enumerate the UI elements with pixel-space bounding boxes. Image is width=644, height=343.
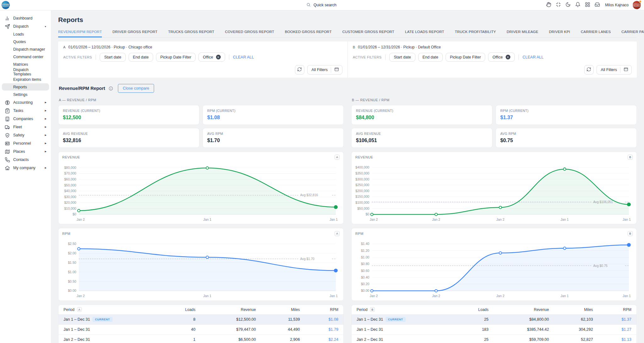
- tab-driver-kpi[interactable]: DRIVER KPI: [549, 30, 570, 37]
- all-filters-button-b[interactable]: All Filters: [597, 65, 632, 75]
- inbox-button[interactable]: [594, 2, 600, 8]
- close-compare-button[interactable]: Close compare: [118, 84, 154, 93]
- avatar-text: ACCURO: [633, 4, 641, 7]
- tab-covered-gross-report[interactable]: COVERED GROSS REPORT: [225, 30, 274, 37]
- tab-trucks-gross-report[interactable]: TRUCKS GROSS REPORT: [168, 30, 214, 37]
- filter-chip-start-date-b[interactable]: Start date: [389, 53, 415, 62]
- period-table-a: Period A Loads Revenue Miles RPM Jan 1 –…: [58, 305, 344, 343]
- sidebar-item-loads[interactable]: Loads: [2, 30, 49, 38]
- filter-chip-end-date-a[interactable]: End date: [129, 53, 153, 62]
- divider: [96, 54, 96, 60]
- quick-search[interactable]: Quick search: [306, 3, 336, 8]
- minimize-button[interactable]: [555, 2, 561, 8]
- app-logo[interactable]: ACCURO: [2, 1, 10, 9]
- svg-text:$1.20: $1.20: [361, 249, 369, 252]
- tab-late-loads-report[interactable]: LATE LOADS REPORT: [405, 30, 444, 37]
- top-bar: ACCURO Quick search Milos Kajnaco ACCURO: [0, 0, 644, 10]
- sidebar-item-command-center[interactable]: Command center: [2, 53, 49, 60]
- table-row[interactable]: Jan 2 – Dec 31 25 $59,709.00 52,827 $1.1…: [352, 335, 636, 343]
- chart-badge-b[interactable]: B: [628, 231, 633, 236]
- chart-title: RPM: [355, 232, 364, 235]
- sidebar-item-safety[interactable]: Safety▶: [2, 131, 49, 139]
- tab-carrier-lanes[interactable]: CARRIER LANES: [581, 30, 611, 37]
- sidebar-item-label: Settings: [13, 92, 27, 97]
- stat-value: $106,051: [356, 138, 488, 143]
- svg-text:$0.40: $0.40: [361, 275, 369, 279]
- sidebar-item-matrices[interactable]: Matrices: [2, 61, 49, 68]
- send-icon: [5, 24, 10, 29]
- svg-text:Jan 2: Jan 2: [77, 218, 85, 221]
- tab-booked-gross-report[interactable]: BOOKED GROSS REPORT: [285, 30, 332, 37]
- stat-card-revenue-current-a: REVENUE (CURRENT) $12,500: [58, 105, 199, 125]
- col-miles: Miles: [549, 307, 593, 312]
- moon-button[interactable]: [565, 2, 571, 8]
- sidebar-item-fleet[interactable]: Fleet▶: [2, 123, 49, 131]
- table-row[interactable]: Jan 1 – Dec 31 183 $385,744.42 304,292 $…: [352, 325, 636, 335]
- filter-panel-icon: [624, 67, 628, 73]
- chart-badge-a[interactable]: A: [335, 231, 340, 236]
- table-row[interactable]: Jan 1 – Dec 31CURRENT 25 $84,800.00 62,1…: [352, 315, 636, 325]
- svg-text:$2.50: $2.50: [68, 242, 76, 246]
- sidebar-item-dispatch-manager[interactable]: Dispatch manager: [2, 46, 49, 53]
- svg-text:$60,000: $60,000: [64, 177, 76, 181]
- user-avatar[interactable]: ACCURO: [633, 1, 641, 9]
- filter-chip-office-b[interactable]: Office: [488, 53, 514, 62]
- tab-carrier-pay[interactable]: CARRIER PAY: [621, 30, 644, 37]
- loads-value: 183: [456, 327, 489, 332]
- filter-chip-end-date-b[interactable]: End date: [418, 53, 443, 62]
- sidebar-item-settings[interactable]: Settings: [2, 91, 49, 98]
- table-row[interactable]: Jan 1 – Dec 31 40 $79,447.00 44,490 $1.7…: [58, 325, 343, 335]
- clear-all-button-b[interactable]: CLEAR ALL: [523, 55, 544, 59]
- chart-badge-b[interactable]: B: [628, 155, 633, 160]
- clear-all-button-a[interactable]: CLEAR ALL: [233, 55, 254, 59]
- miles-value: 62,103: [549, 317, 593, 322]
- page-title: Reports: [58, 16, 637, 24]
- sidebar-item-personnel[interactable]: Personnel▶: [2, 140, 49, 147]
- refresh-button-b[interactable]: [584, 65, 594, 75]
- hand-button[interactable]: [546, 2, 551, 8]
- table-badge-b[interactable]: B: [370, 307, 375, 312]
- sidebar-item-accounting[interactable]: Accounting▶: [2, 99, 49, 106]
- sidebar-item-dispatch[interactable]: Dispatch▼: [2, 23, 49, 30]
- tab-driver-mileage[interactable]: DRIVER MILEAGE: [507, 30, 538, 37]
- line-chart: $0$10,000$20,000$30,000$40,000$50,000$60…: [62, 160, 340, 223]
- table-row[interactable]: Jan 2 – Dec 31 1 $6,500.00 2,906 $2.24: [58, 335, 343, 343]
- sidebar-item-contacts[interactable]: Contacts: [2, 156, 49, 163]
- table-row[interactable]: Jan 1 – Dec 31CURRENT 8 $12,500.00 11,53…: [58, 315, 343, 325]
- grid-button[interactable]: [585, 2, 590, 8]
- chevron-right-icon: ▶: [45, 150, 47, 153]
- tab-truck-profitability[interactable]: TRUCK PROFITABILITY: [455, 30, 496, 37]
- all-filters-button-a[interactable]: All Filters: [307, 65, 342, 75]
- sidebar-item-my-company[interactable]: My company▶: [2, 164, 49, 172]
- filter-chip-office-a[interactable]: Office: [198, 53, 225, 62]
- svg-text:Avg $0.75: Avg $0.75: [593, 264, 608, 268]
- filter-chip-start-date-a[interactable]: Start date: [100, 53, 125, 62]
- tab-driver-gross-report[interactable]: DRIVER GROSS REPORT: [113, 30, 158, 37]
- tab-customer-gross-report[interactable]: CUSTOMER GROSS REPORT: [342, 30, 394, 37]
- sidebar-item-expiration-items[interactable]: Expiration items: [2, 76, 49, 83]
- remove-filter-icon[interactable]: [216, 55, 221, 59]
- remove-filter-icon[interactable]: [506, 55, 510, 59]
- all-filters-label: All Filters: [601, 68, 617, 72]
- sidebar-item-dispatch-templates[interactable]: Dispatch Templates: [2, 68, 49, 75]
- sidebar-item-companies[interactable]: Companies▶: [2, 115, 49, 123]
- chevron-right-icon: ▶: [45, 126, 47, 128]
- refresh-button-a[interactable]: [295, 65, 304, 75]
- sidebar-item-label: Quotes: [13, 40, 26, 44]
- tab-revenue-rpm-report[interactable]: REVENUE/RPM REPORT: [58, 30, 102, 37]
- svg-text:Jan 2: Jan 2: [496, 218, 504, 221]
- filter-chip-pickup-date-filter-a[interactable]: Pickup Date Filter: [156, 53, 196, 62]
- divider: [519, 54, 519, 60]
- sidebar-item-reports[interactable]: Reports: [2, 83, 49, 91]
- info-icon[interactable]: [108, 86, 113, 91]
- sidebar-item-dashboard[interactable]: Dashboard: [2, 14, 49, 22]
- chart-badge-a[interactable]: A: [335, 155, 340, 160]
- stat-card-revenue-current-b: REVENUE (CURRENT) $84,800: [351, 105, 492, 125]
- table-badge-a[interactable]: A: [77, 307, 82, 312]
- sidebar-item-quotes[interactable]: Quotes: [2, 38, 49, 45]
- filter-chip-pickup-date-filter-b[interactable]: Pickup Date Filter: [446, 53, 486, 62]
- miles-value: 44,490: [256, 327, 300, 332]
- bell-button[interactable]: [575, 2, 580, 8]
- sidebar-item-tasks[interactable]: Tasks▶: [2, 107, 49, 114]
- sidebar-item-places[interactable]: Places▶: [2, 148, 49, 155]
